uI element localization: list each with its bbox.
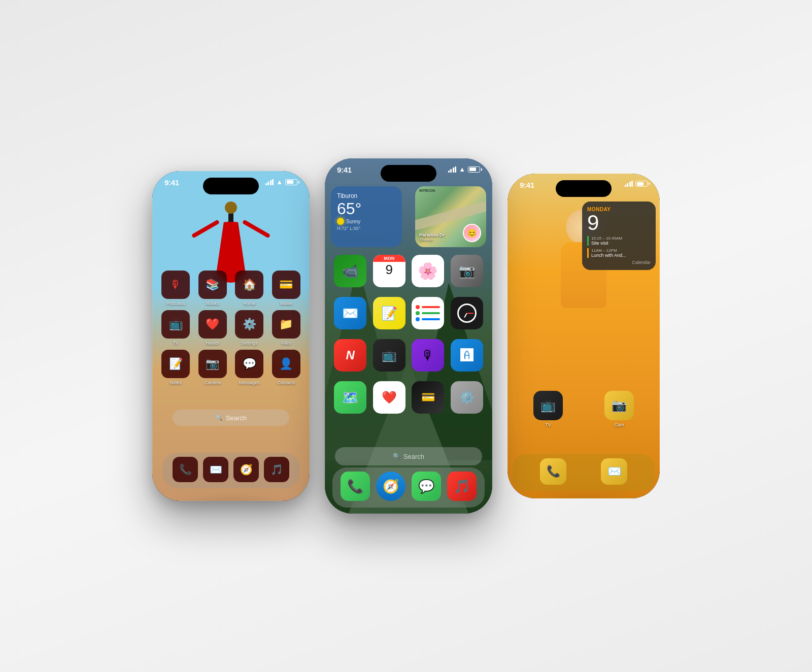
maps-bg: INTRCOS 😊 Paradise Dr Tiburon	[415, 186, 486, 247]
phone-1: 9:41 ▲	[152, 171, 310, 501]
phone-1-dock: 📞 ✉️ 🧭 🎵	[162, 453, 299, 488]
app-clock[interactable]	[451, 297, 483, 332]
phone-1-screen: 9:41 ▲	[152, 171, 310, 501]
calendar-day-num: 9	[386, 263, 393, 276]
books-label: Books	[206, 301, 219, 306]
phone2-row-1: 📹 MON 9 🌸	[331, 255, 486, 290]
wallet-label: Wallet	[280, 301, 292, 306]
phone-2-screen: 9:41 ▲ Tiburon 65°	[325, 158, 492, 514]
books-icon: 📚	[198, 271, 227, 299]
dock-phone[interactable]: 📞	[173, 457, 198, 484]
phone-icon: 📞	[173, 457, 198, 482]
wallet-icon-2: 💳	[412, 381, 444, 414]
dock-music[interactable]: 🎵	[264, 457, 289, 484]
camera-label-3: Cam	[614, 422, 624, 427]
app-podcasts-2[interactable]: 🎙	[412, 339, 444, 374]
app-camera-3[interactable]: 📷 Cam	[604, 391, 634, 427]
app-settings[interactable]: ⚙️ Settings	[235, 310, 263, 346]
dock-safari[interactable]: 🧭	[233, 457, 259, 484]
dock-phone-3[interactable]: 📞	[540, 458, 566, 487]
reminders-icon	[412, 297, 444, 329]
phone-3-top-icons: 📺 TV 📷 Cam	[507, 391, 660, 432]
settings-label: Settings	[241, 341, 258, 346]
app-appstore[interactable]: 🅰	[451, 339, 483, 374]
mail-icon-3: ✉️	[601, 458, 627, 485]
app-photos[interactable]: 🌸	[412, 255, 444, 290]
dynamic-island-1	[203, 178, 259, 194]
app-appletv-2[interactable]: 📺	[373, 339, 405, 374]
music-dock-icon: 🎵	[447, 472, 477, 501]
phone-2: 9:41 ▲ Tiburon 65°	[325, 158, 492, 514]
dock-phone-2[interactable]: 📞	[341, 472, 370, 503]
dock-mail-3[interactable]: ✉️	[601, 458, 627, 487]
app-notes-2[interactable]: 📝	[373, 297, 405, 332]
phone-2-search-label: Search	[403, 453, 424, 460]
health-label: Health	[206, 341, 219, 346]
app-books[interactable]: 📚 Books	[198, 271, 227, 306]
health-icon: ❤️	[198, 310, 227, 339]
app-reminders[interactable]	[412, 297, 444, 332]
app-tv[interactable]: 📺 TV	[161, 310, 190, 346]
weather-condition: Sunny	[346, 219, 360, 224]
wifi-icon: ▲	[276, 178, 283, 186]
dock-messages-2[interactable]: 💬	[412, 472, 441, 503]
files-label: Files	[281, 341, 291, 346]
health-icon-2: ❤️	[373, 381, 405, 414]
app-facetime[interactable]: 📹	[334, 255, 366, 290]
app-health[interactable]: ❤️ Health	[198, 310, 227, 346]
phone-2-search[interactable]: 🔍 Search	[335, 447, 482, 465]
app-settings-2[interactable]: ⚙️	[451, 381, 483, 416]
phone-3-screen: 9:41 MONDAY 9 10:15 – 10:	[507, 174, 660, 498]
calendar-event-1: 10:15 – 10:45AM Site visit	[587, 236, 651, 246]
mail-icon-2: ✉️	[334, 297, 366, 329]
safari-dock-icon: 🧭	[376, 472, 405, 501]
app-home[interactable]: 🏠 Home	[235, 271, 263, 306]
music-icon: 🎵	[264, 457, 289, 482]
app-files[interactable]: 📁 Files	[272, 310, 300, 346]
calendar-icon: MON 9	[373, 255, 405, 287]
photos-icon: 🌸	[412, 255, 444, 287]
contacts-icon: 👤	[272, 350, 300, 378]
app-news[interactable]: N	[334, 339, 366, 374]
notes-label: Notes	[170, 380, 182, 385]
app-calendar[interactable]: MON 9	[373, 255, 405, 290]
dock-music-2[interactable]: 🎵	[447, 472, 477, 503]
appletv-icon: 📺	[373, 339, 405, 372]
settings-icon-2: ⚙️	[451, 381, 483, 414]
phone2-row-4: 🗺️ ❤️ 💳	[331, 381, 486, 416]
clock-face	[457, 304, 477, 323]
app-camera-2[interactable]: 📷	[451, 255, 483, 290]
app-messages[interactable]: 💬 Messages	[235, 350, 263, 385]
phone-1-search[interactable]: 🔍 Search	[173, 410, 289, 426]
battery-icon-2	[468, 166, 480, 173]
podcasts-icon-2: 🎙	[412, 339, 444, 372]
phone-1-status-icons: ▲	[265, 178, 297, 186]
mail-icon: ✉️	[203, 457, 228, 482]
weather-condition-row: Sunny	[337, 218, 396, 225]
messages-icon: 💬	[235, 350, 263, 378]
wallet-icon: 💳	[272, 271, 300, 299]
app-mail-2[interactable]: ✉️	[334, 297, 366, 332]
app-health-2[interactable]: ❤️	[373, 381, 405, 416]
app-wallet[interactable]: 💳 Wallet	[272, 271, 300, 306]
signal-icon-3	[625, 181, 633, 187]
phone-3-status-icons	[625, 181, 648, 187]
app-maps-2[interactable]: 🗺️	[334, 381, 366, 416]
app-camera[interactable]: 📷 Camera	[198, 350, 227, 385]
weather-highlow: H:72° L:55°	[337, 226, 396, 231]
calendar-widget[interactable]: MONDAY 9 10:15 – 10:45AM Site visit 11AM…	[582, 201, 656, 270]
camera-icon-3: 📷	[604, 391, 634, 420]
app-contacts[interactable]: 👤 Contacts	[272, 350, 300, 385]
app-appletv-3[interactable]: 📺 TV	[533, 391, 563, 427]
sun-icon	[337, 218, 344, 225]
phone3-row-1: 📺 TV 📷 Cam	[513, 391, 655, 427]
maps-widget[interactable]: INTRCOS 😊 Paradise Dr Tiburon	[415, 186, 486, 247]
weather-widget[interactable]: Tiburon 65° Sunny H:72° L:55°	[331, 186, 402, 247]
phone-3-dock: 📞 ✉️	[513, 454, 655, 491]
dock-mail[interactable]: ✉️	[203, 457, 228, 484]
app-notes[interactable]: 📝 Notes	[161, 350, 190, 385]
app-podcasts[interactable]: 🎙 Podcasts	[161, 271, 190, 306]
phone-2-time: 9:41	[337, 165, 352, 174]
app-wallet-2[interactable]: 💳	[412, 381, 444, 416]
dock-safari-2[interactable]: 🧭	[376, 472, 405, 503]
